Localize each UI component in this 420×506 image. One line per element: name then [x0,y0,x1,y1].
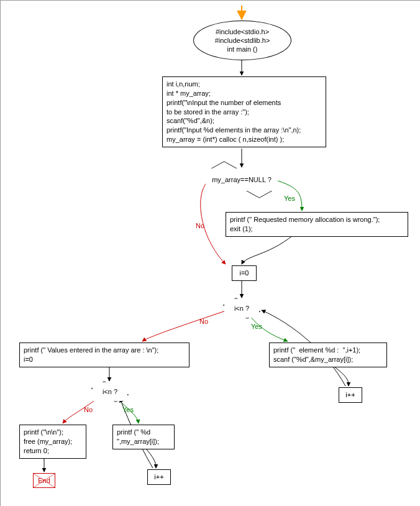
edge-label-no: No [196,222,204,229]
flow-cond1: i<n ? [224,299,259,318]
flow-inc1: i++ [339,387,362,403]
flow-inc2: i++ [147,469,171,485]
flow-init1: i=0 [232,265,257,281]
flow-null-check: my_array==NULL ? [206,168,278,191]
end-label: End [38,477,50,484]
flow-read-element: printf (" element %d : ",i+1); scanf ("%… [269,343,387,367]
edge-label-yes: Yes [251,323,262,330]
diamond-label: my_array==NULL ? [212,176,272,183]
flow-done: printf ("\n\n"); free (my_array); return… [19,425,86,459]
diamond-label: i<n ? [234,305,249,312]
edge-label-no: No [84,406,93,413]
flow-print-value: printf (" %d ",my_array[i]); [112,425,175,449]
flow-print-header: printf (" Values entered in the array ar… [19,343,189,367]
edge-label-no: No [199,318,208,325]
edge-label-yes: Yes [122,406,134,413]
flow-end: End [33,473,55,488]
flow-cond2: i<n ? [93,382,127,401]
flow-error: printf (" Requested memory allocation is… [226,212,408,237]
flow-start: #include<stdio.h> #include<stdlib.h> int… [193,21,291,60]
diamond-label: i<n ? [103,388,117,395]
edge-label-yes: Yes [284,195,295,202]
flow-declarations: int i,n,num; int * my_array; printf("\nI… [162,76,326,147]
